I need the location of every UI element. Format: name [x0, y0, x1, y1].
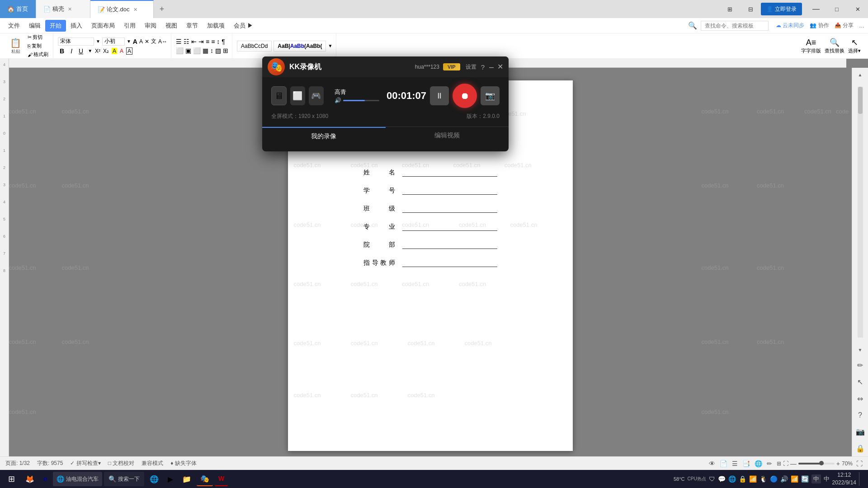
- vip-login-btn[interactable]: 👤 立即登录: [761, 3, 802, 15]
- font-panel-btn[interactable]: A≡ 字字排版: [801, 38, 821, 54]
- start-btn[interactable]: ⊞: [3, 472, 20, 486]
- share-btn[interactable]: 📤 分享: [835, 22, 854, 29]
- font-grow-btn[interactable]: A: [133, 38, 137, 45]
- view-toggle-btn[interactable]: ⊞: [719, 2, 740, 16]
- kk-pause-btn[interactable]: ⏸: [430, 86, 449, 105]
- menu-view[interactable]: 视图: [161, 20, 182, 32]
- kk-mode-fullscreen[interactable]: 🖥: [271, 86, 287, 105]
- minimize-btn[interactable]: —: [806, 2, 826, 16]
- tab-wps-close[interactable]: ✕: [68, 6, 72, 12]
- maximize-btn[interactable]: □: [826, 2, 847, 16]
- shading-btn[interactable]: ▨: [215, 47, 221, 54]
- collab-btn[interactable]: 👥 协作: [810, 22, 829, 29]
- kk-vol-bar[interactable]: [343, 100, 379, 101]
- clock[interactable]: 12:12 2022/9/14: [832, 471, 856, 487]
- scroll-down-btn[interactable]: ▼: [857, 347, 863, 353]
- subscript-btn[interactable]: X₂: [103, 48, 109, 54]
- font-size-input[interactable]: [102, 38, 125, 46]
- kk-record-btn[interactable]: ⏺: [453, 84, 477, 108]
- missing-font[interactable]: ♦ 缺失字体: [170, 460, 196, 467]
- scroll-up-btn[interactable]: ▲: [857, 71, 863, 78]
- menu-review[interactable]: 审阅: [140, 20, 161, 32]
- bluetooth-icon[interactable]: 📶: [791, 475, 798, 483]
- taskbar-app-tencent[interactable]: ▶: [164, 472, 177, 486]
- browser-icon[interactable]: 🌐: [728, 475, 736, 483]
- zoom-out-icon[interactable]: ⊞: [777, 460, 781, 467]
- char-border-btn[interactable]: A: [126, 47, 132, 55]
- tab-doc[interactable]: 📝 论文.doc ✕: [90, 0, 154, 18]
- grid-btn[interactable]: ⊟: [740, 2, 761, 16]
- copy-btn[interactable]: ⎘ 复制: [26, 42, 50, 50]
- zoom-minus-btn[interactable]: —: [790, 460, 797, 467]
- fullscreen-btn[interactable]: ⛶: [856, 460, 863, 467]
- ribbon-search-input[interactable]: [701, 21, 769, 31]
- sync-status[interactable]: ☁ 云未同步: [776, 22, 804, 29]
- align-center-btn[interactable]: ≡: [211, 38, 215, 45]
- zoom-expand-icon[interactable]: ⛶: [783, 460, 788, 467]
- sort-btn[interactable]: ↕: [217, 38, 220, 45]
- taskbar-app-wps[interactable]: W: [215, 472, 228, 486]
- zoom-slider[interactable]: [798, 463, 835, 465]
- style-normal[interactable]: AaBbCcDd: [237, 41, 272, 52]
- volume-icon[interactable]: 🔊: [780, 475, 788, 483]
- wifi-icon[interactable]: 📶: [749, 475, 757, 483]
- font-name-input[interactable]: [58, 38, 94, 46]
- page-view-icon[interactable]: 📄: [720, 460, 727, 467]
- menu-addons[interactable]: 加载项: [203, 20, 229, 32]
- list-view-icon[interactable]: ☰: [732, 460, 738, 467]
- align-c2-btn[interactable]: ▣: [185, 47, 191, 54]
- zoom-plus-btn[interactable]: +: [836, 460, 840, 467]
- align-j2-btn[interactable]: ▦: [203, 47, 208, 54]
- taskbar-app-ie2[interactable]: 🌐: [146, 472, 162, 486]
- cursor-icon-btn[interactable]: ↖: [857, 378, 863, 386]
- tencent-tray-icon[interactable]: 🐧: [760, 475, 767, 483]
- indent-increase-btn[interactable]: ⇥: [198, 38, 204, 45]
- tab-home[interactable]: 🏠 首页: [0, 0, 36, 18]
- font-shrink-btn[interactable]: A: [139, 38, 143, 45]
- 360-icon[interactable]: 🔵: [770, 475, 778, 483]
- kk-tab-my-recordings[interactable]: 我的录像: [262, 127, 386, 145]
- question-icon-btn[interactable]: ?: [858, 411, 862, 419]
- outline-view-icon[interactable]: 📑: [742, 460, 750, 467]
- ime-icon[interactable]: 中: [811, 474, 821, 483]
- font-size-dropdown[interactable]: ▼: [127, 39, 131, 44]
- menu-ref[interactable]: 引用: [119, 20, 140, 32]
- menu-vip[interactable]: 会员 ▶: [229, 20, 258, 32]
- kk-tab-edit-video[interactable]: 编辑视频: [386, 127, 509, 145]
- camera-icon-btn[interactable]: 📷: [856, 427, 865, 436]
- tab-doc-close[interactable]: ✕: [133, 7, 137, 13]
- select-btn[interactable]: ↖ 选择▾: [848, 38, 861, 54]
- lock-icon-btn[interactable]: 🔒: [856, 444, 865, 453]
- edit-icon-btn[interactable]: ✏: [857, 361, 863, 370]
- border-btn[interactable]: ⊞: [223, 47, 228, 54]
- kk-close-btn[interactable]: ✕: [497, 63, 503, 70]
- antivirus-icon[interactable]: 🛡: [709, 475, 715, 483]
- kk-minimize-btn[interactable]: –: [489, 63, 494, 71]
- bold-btn[interactable]: B: [58, 47, 66, 55]
- menu-start[interactable]: 开始: [45, 20, 66, 32]
- show-marks-btn[interactable]: ¶: [222, 38, 225, 45]
- vpn-icon[interactable]: 🔒: [739, 475, 746, 483]
- menu-layout[interactable]: 页面布局: [87, 20, 119, 32]
- spell-check[interactable]: ✓ 拼写检查▾: [70, 460, 100, 467]
- clear-format-btn[interactable]: ✕: [145, 38, 149, 45]
- italic-btn[interactable]: I: [69, 47, 74, 55]
- find-replace-btn[interactable]: 🔍 查找替换: [825, 38, 844, 54]
- kk-help-btn[interactable]: ?: [481, 63, 485, 71]
- close-btn[interactable]: ✕: [847, 2, 868, 16]
- show-desktop-btn[interactable]: [859, 472, 862, 486]
- align-left-btn[interactable]: ≡: [206, 38, 209, 45]
- superscript-btn[interactable]: X²: [95, 48, 100, 54]
- taskbar-app-sogou[interactable]: 🦊: [22, 472, 38, 486]
- web-view-icon[interactable]: 🌐: [755, 460, 762, 467]
- scrollbar-thumb[interactable]: [858, 87, 863, 114]
- highlight-btn[interactable]: A: [112, 48, 117, 54]
- taskbar-app-ie[interactable]: e: [40, 472, 51, 486]
- align-l2-btn[interactable]: ⬜: [176, 47, 184, 54]
- align-r2-btn[interactable]: ⬜: [193, 47, 201, 54]
- taskbar-app-kk[interactable]: 🎭: [197, 472, 213, 486]
- line-spacing-btn[interactable]: ↕: [210, 47, 213, 54]
- font-name-dropdown[interactable]: ▼: [96, 39, 100, 44]
- taskbar-app-car[interactable]: 🌐 油电混合汽车: [53, 472, 102, 486]
- tab-wps[interactable]: 📄 稿壳 ✕: [36, 0, 90, 18]
